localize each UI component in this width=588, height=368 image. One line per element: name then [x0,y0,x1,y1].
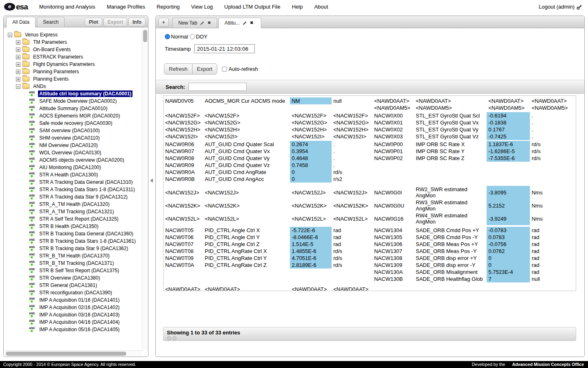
and-display-icon: AND [29,105,37,112]
tree-item-imp-a-acquisition-04-16-daca1404-[interactable]: ANDIMP A Acquisition 04/16 (DACA1404) [4,318,142,326]
export-tree-button[interactable]: Export [103,18,127,27]
table-cell: rad [530,255,576,262]
collapse-node-icon[interactable]: − [16,84,20,89]
radio-doy[interactable] [190,34,195,39]
tree-item-str-b-tracking-data-stars-1-8-daca1361-[interactable]: ANDSTR B Tracking Data Stars 1-8 (DACA13… [4,237,142,245]
tree-horizontal-scrollbar-thumb[interactable] [6,352,126,356]
tree-item-str-b-tracking-data-star-9-daca1362-[interactable]: ANDSTR B Tracking data Star 9 (DACA1362) [4,245,142,252]
tab-attitude[interactable]: Attitu... ✖ [218,18,261,28]
table-row: NACW0T06PID_CTRL Angle Ctrl Y-8.0466E-6r… [164,234,576,241]
menu-manage-profiles[interactable]: Manage Profiles [107,4,145,10]
collapse-panel-icon[interactable] [150,178,153,183]
export-button[interactable]: Export [193,63,218,75]
and-display-icon: AND [29,179,37,185]
tree-item-imp-a-acquisition-05-16-daca1405-[interactable]: ANDIMP A Acquisition 05/16 (DACA1405) [4,326,142,333]
tree-item-imp-a-acquisition-02-16-daca1402-[interactable]: ANDIMP A Acquisition 02/16 (DACA1402) [4,304,142,311]
next-page-button[interactable]: ► [172,336,177,341]
menu-reporting[interactable]: Reporting [157,4,180,10]
tree-item-imp-a-acquisition-01-16-daca1401-[interactable]: ANDIMP A Acquisition 01/16 (DACA1401) [4,296,142,304]
auto-refresh-checkbox[interactable] [222,67,227,72]
logout-link[interactable]: Logout (admin) [539,4,582,10]
tree-item-str-b-self-test-report-daca1375-[interactable]: ANDSTR B Self Test Report (DACA1375) [4,267,142,274]
tree-vertical-scrollbar-thumb[interactable] [143,30,147,42]
status-green-icon [31,205,33,207]
tree-item-str-a-tm-tracking-daca1321-[interactable]: ANDSTR_A_TM Tracking (DACA1321) [4,208,142,215]
expand-node-icon[interactable]: + [16,70,20,74]
tree-item-wol-overview-daca0130-[interactable]: ANDWOL Overview (DACA0130) [4,149,142,156]
tree-item-attitude-ctrl-loop-summary-daca0001-[interactable]: ANDAttitude ctrl loop summary (DACA0001) [4,90,142,97]
tree-item-safe-mode-recovery-daca0030-[interactable]: ANDSafe mode recovery (DACA0030) [4,120,142,127]
parameter-value-cell: 7 [487,275,530,282]
tree-folder-venus-express[interactable]: −Venus Express [4,31,142,38]
prev-page-button[interactable]: ◄ [167,336,171,341]
plot-button[interactable]: Plot [85,18,102,27]
tab-search[interactable]: Search [37,17,65,27]
and-display-icon: AND [29,142,37,149]
tree-item-str-b-tm-health-daca1370-[interactable]: ANDSTR_B_TM Health (DACA1370) [4,252,142,260]
tree-item-label: STR_A_TM Health (DACA1320) [38,201,111,208]
tree-item-str-a-tracking-data-star-9-daca1312-[interactable]: ANDSTR A Tracking data Star 9 (DACA1312) [4,193,142,201]
tree-item-str-overview-daca1380-[interactable]: ANDSTR Overview (DACA1380) [4,274,142,282]
timestamp-input[interactable] [194,44,255,53]
menu-upload-ltm-output-file[interactable]: Upload LTM Output File [224,4,281,10]
tree-item-shm-overview-daca0110-[interactable]: ANDSHM overview (DACA0110) [4,134,142,142]
tree-item-str-b-tracking-data-general-daca1360-[interactable]: ANDSTR B Tracking Data General (DACA1360… [4,230,142,237]
tree-vertical-scrollbar[interactable] [142,28,148,350]
expand-node-icon[interactable]: + [16,40,20,45]
table-cell: PID_CTRL AngRate Ctrl X [203,248,290,255]
expand-node-icon[interactable]: + [16,62,20,67]
tree-folder-tm-parameters[interactable]: +TM Parameters [4,38,142,46]
tree-folder-estrack-parameters[interactable]: +ESTRACK Parameters [4,53,142,61]
menu-help[interactable]: Help [292,4,303,10]
tree-item-nm-overview-daca0120-[interactable]: ANDNM Overview (DACA0120) [4,142,142,149]
tree-folder-ands[interactable]: −ANDs [4,83,142,90]
close-tab-icon[interactable]: ✖ [207,21,211,25]
tree-folder-planning-parameters[interactable]: +Planning Parameters [4,68,142,75]
table-search-input[interactable] [189,83,247,91]
collapse-node-icon[interactable]: − [8,33,12,37]
tab-all-data[interactable]: All Data [6,17,36,27]
tree-item-safe-mode-overview-daca0002-[interactable]: ANDSAFE Mode Overview (DACA0002) [4,97,142,105]
tree-item-str-a-tm-health-daca1320-[interactable]: ANDSTR_A_TM Health (DACA1320) [4,201,142,208]
radio-normal[interactable] [165,34,170,39]
refresh-button[interactable]: Refresh [164,63,193,75]
table-cell: NACW1308 [373,255,414,262]
expand-node-icon[interactable]: + [16,47,20,52]
close-tab-icon[interactable]: ✖ [250,21,253,25]
table-cell [414,176,487,183]
table-cell: rad [530,269,576,275]
menu-about[interactable]: About [314,4,328,10]
tree-folder-planning-events[interactable]: +Planning Events [4,75,142,83]
tree-folder-flight-dynamics-parameters[interactable]: +Flight Dynamics Parameters [4,61,142,68]
parameter-value-cell: 1.4855E-6 [290,248,332,255]
table-cell: NACW0T07 [164,241,203,248]
tree-item-str-a-self-test-report-daca1325-[interactable]: ANDSTR A Self Test Report (DACA1325) [4,215,142,223]
tree-item-aiu-monitoring-daca1200-[interactable]: ANDAIU Monitoring (DACA1200) [4,164,142,171]
add-tab-button[interactable]: + [158,18,169,27]
tree-item-imp-a-acquisition-03-16-daca1403-[interactable]: ANDIMP A Acquisition 03/16 (DACA1403) [4,311,142,318]
info-button[interactable]: Info [128,18,146,27]
rename-tab-icon[interactable] [200,21,204,25]
tree-item-sam-overview-daca0100-[interactable]: ANDSAM overview (DACA0100) [4,127,142,134]
tree-item-str-b-tm-tracking-daca1371-[interactable]: ANDSTR_B_TM Tracking (DACA1371) [4,260,142,267]
rename-tab-icon[interactable] [242,21,247,25]
menu-view-log[interactable]: View Log [191,4,213,10]
tree-item-str-general-daca1381-[interactable]: ANDSTR General (DACA1381) [4,282,142,289]
parameter-value-cell: 0.0783 [487,234,530,241]
tree-item-str-reconfiguration-daca1390-[interactable]: ANDSTR reconfiguration (DACA1390) [4,289,142,296]
panel-splitter[interactable] [148,16,155,357]
tree-item-str-a-tracking-data-general-daca1310-[interactable]: ANDSTR A Tracking Data General (DACA1310… [4,178,142,186]
tree-horizontal-scrollbar[interactable] [4,350,142,357]
tab-new-tab[interactable]: New Tab ✖ [172,18,217,28]
tree-item-aocms-objects-overview-daca0200-[interactable]: ANDAOCMS objects overview (DACA0200) [4,156,142,164]
tree-item-str-a-tracking-data-stars-1-8-daca1311-[interactable]: ANDSTR A Tracking Data Stars 1-8 (DACA13… [4,186,142,193]
table-cell: rd/s [332,248,373,255]
tree-item-str-b-health-daca1350-[interactable]: ANDSTR B Health (DACA1350) [4,223,142,230]
tree-item-aocs-ephemeris-mgr-daca0020-[interactable]: ANDAOCS Ephemeris MGR (DACA0020) [4,112,142,120]
menu-monitoring-and-analysis[interactable]: Monitoring and Analysis [39,4,95,10]
tree-item-str-a-health-daca1300-[interactable]: ANDSTR A Health (DACA1300) [4,171,142,178]
expand-node-icon[interactable]: + [16,55,20,59]
tree-item-attitude-summary-daca0010-[interactable]: ANDAttitude Summary (DACA0010) [4,105,142,112]
expand-node-icon[interactable]: + [16,77,20,81]
tree-folder-on-board-events[interactable]: +On-Board Events [4,46,142,53]
